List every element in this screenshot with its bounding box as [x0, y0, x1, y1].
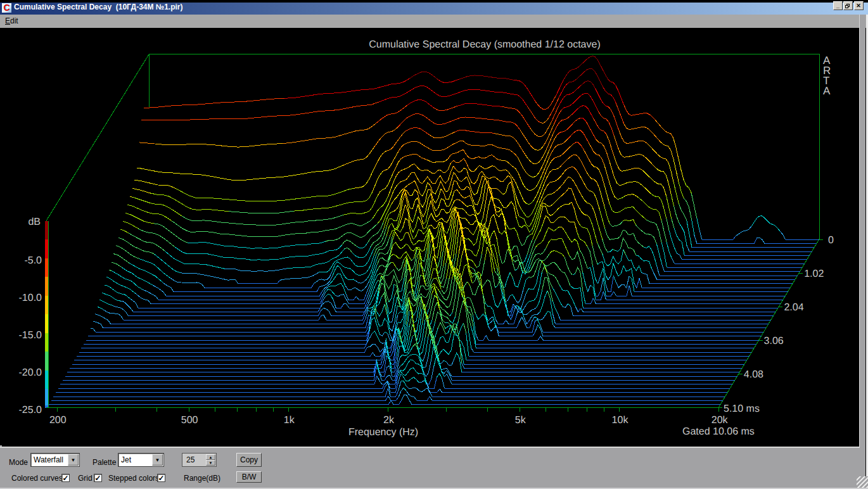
svg-text:0: 0: [828, 235, 834, 246]
svg-text:1k: 1k: [284, 415, 295, 426]
svg-text:3.06: 3.06: [764, 336, 784, 346]
svg-text:1.02: 1.02: [804, 269, 824, 279]
svg-text:-25.0: -25.0: [19, 405, 42, 416]
svg-text:5.10 ms: 5.10 ms: [724, 403, 760, 414]
svg-text:-5.0: -5.0: [24, 255, 42, 266]
svg-text:dB: dB: [28, 217, 41, 227]
svg-text:A: A: [823, 85, 831, 97]
svg-text:2.04: 2.04: [784, 302, 803, 313]
svg-text:2k: 2k: [383, 415, 395, 426]
svg-text:-10.0: -10.0: [19, 293, 42, 303]
svg-text:Frequency (Hz): Frequency (Hz): [348, 427, 418, 438]
svg-text:10k: 10k: [612, 415, 629, 426]
svg-text:Cumulative Spectral Decay (smo: Cumulative Spectral Decay (smoothed 1/12…: [369, 39, 601, 50]
svg-text:200: 200: [49, 415, 67, 426]
svg-text:5k: 5k: [515, 415, 527, 426]
svg-text:500: 500: [181, 415, 198, 426]
svg-text:4.08: 4.08: [744, 369, 763, 380]
svg-text:20k: 20k: [712, 415, 729, 426]
svg-text:-20.0: -20.0: [19, 367, 42, 378]
svg-text:-15.0: -15.0: [19, 330, 42, 341]
svg-text:Gated 10.06 ms: Gated 10.06 ms: [682, 426, 755, 437]
